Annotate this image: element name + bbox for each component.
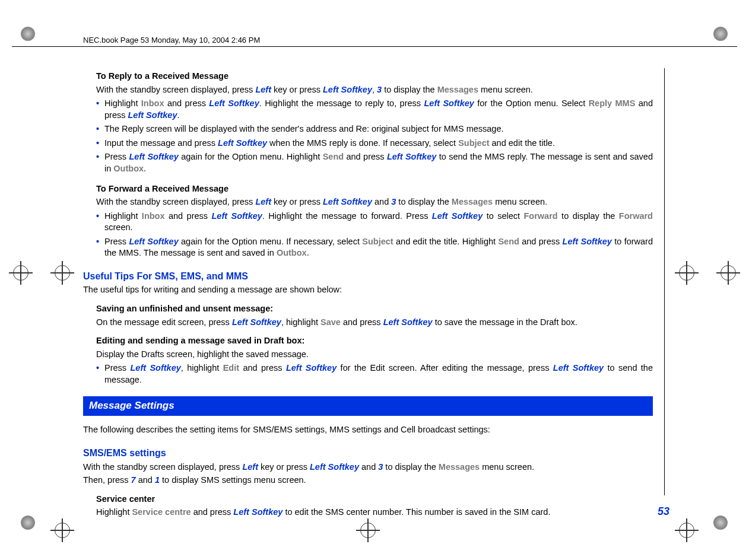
service-center-title: Service center: [96, 494, 653, 505]
key-leftsoft: Left Softkey: [129, 152, 178, 161]
reg-mark-left-inner: [50, 261, 74, 285]
reg-mark-bottom-right: [675, 518, 699, 542]
t: Highlight: [96, 507, 132, 517]
key-leftsoft: Left Softkey: [232, 317, 281, 327]
crop-mark-tr: [713, 27, 731, 44]
t: With the standby screen displayed, press: [96, 197, 255, 206]
key-leftsoft: Left Softkey: [310, 462, 359, 472]
t: to display the: [396, 197, 452, 206]
page-body: To Reply to a Received Message With the …: [83, 68, 665, 518]
key-leftsoft: Left Softkey: [233, 507, 283, 517]
menu-inbox: Inbox: [142, 211, 165, 221]
t: and press: [519, 237, 563, 246]
t: and press: [344, 152, 387, 161]
key-7: 7: [131, 475, 136, 485]
service-center-body: Highlight Service centre and press Left …: [96, 507, 653, 518]
t: to select: [483, 211, 523, 221]
tips-intro: The useful tips for writing and sending …: [83, 284, 653, 296]
key-leftsoft: Left Softkey: [323, 85, 372, 94]
menu-messages: Messages: [437, 85, 478, 94]
tips-edit-bullets: Press Left Softkey, highlight Edit and p…: [96, 362, 653, 386]
header-rule: [12, 46, 737, 47]
reply-heading: To Reply to a Received Message: [96, 71, 653, 82]
reg-mark-right-inner: [675, 261, 699, 285]
key-leftsoft: Left Softkey: [553, 363, 604, 373]
t: to display the: [382, 85, 437, 94]
key-1: 1: [155, 475, 160, 485]
t: and press: [165, 211, 212, 221]
t: Press: [104, 237, 129, 246]
key-leftsoft: Left Softkey: [383, 317, 433, 327]
t: for the Edit screen. After editing the m…: [337, 363, 553, 373]
forward-bullets: Highlight Inbox and press Left Softkey. …: [96, 211, 653, 259]
tips-edit-bullet-1: Press Left Softkey, highlight Edit and p…: [96, 362, 653, 386]
reply-bullet-3: Input the message and press Left Softkey…: [96, 138, 653, 149]
menu-forward: Forward: [523, 211, 557, 221]
reply-bullets: Highlight Inbox and press Left Softkey. …: [96, 98, 653, 174]
menu-send: Send: [498, 237, 519, 246]
t: With the standby screen displayed, press: [96, 85, 255, 94]
t: key or press: [271, 85, 323, 94]
t: and press: [341, 317, 383, 327]
reply-bullet-2: The Reply screen will be displayed with …: [96, 123, 653, 135]
menu-service-centre: Service centre: [132, 507, 191, 517]
crop-mark-br: [713, 516, 731, 533]
tips-edit-title: Editing and sending a message saved in D…: [96, 335, 653, 347]
t: screen.: [104, 222, 133, 232]
menu-outbox: Outbox.: [113, 164, 146, 173]
t: . Highlight the message to reply to, pre…: [259, 98, 424, 108]
forward-bullet-2: Press Left Softkey again for the Option …: [96, 236, 653, 259]
t: again for the Option menu. Highlight: [179, 152, 323, 161]
t: , highlight: [181, 363, 223, 373]
sms-intro: With the standby screen displayed, press…: [83, 462, 653, 473]
t: to save the message in the Draft box.: [433, 317, 577, 327]
t: .: [177, 110, 180, 120]
menu-save: Save: [320, 317, 341, 327]
forward-intro: With the standby screen displayed, press…: [96, 196, 653, 208]
t: and: [372, 197, 391, 206]
reply-bullet-1: Highlight Inbox and press Left Softkey. …: [96, 98, 653, 121]
t: , highlight: [281, 317, 320, 327]
key-leftsoft: Left Softkey: [209, 98, 259, 108]
t: to display the: [558, 211, 619, 221]
t: to display SMS settings menu screen.: [160, 475, 306, 485]
t: Input the message and press: [104, 138, 218, 148]
menu-outbox: Outbox.: [277, 248, 309, 257]
forward-heading: To Forward a Received Message: [96, 183, 653, 195]
t: when the MMS reply is done. If necessary…: [267, 138, 458, 148]
key-left: Left: [242, 462, 258, 472]
header-text: NEC.book Page 53 Monday, May 10, 2004 2:…: [83, 36, 260, 44]
menu-replymms: Reply MMS: [589, 98, 636, 108]
key-leftsoft: Left Softkey: [387, 152, 436, 161]
key-leftsoft: Left Softkey: [128, 110, 177, 120]
menu-forward: Forward: [619, 211, 653, 221]
t: to edit the SMS center number. This numb…: [283, 507, 550, 517]
t: Then, press: [83, 475, 131, 485]
tips-save-title: Saving an unfinished and unsent message:: [96, 303, 653, 315]
key-left: Left: [255, 197, 271, 206]
key-left: Left: [255, 85, 271, 94]
t: and edit the title. Highlight: [393, 237, 499, 246]
t: and press: [191, 507, 234, 517]
t: Press: [104, 152, 129, 161]
menu-subject: Subject: [458, 138, 489, 148]
key-leftsoft: Left Softkey: [286, 363, 337, 373]
sms-heading: SMS/EMS settings: [83, 447, 653, 460]
menu-messages: Messages: [439, 462, 480, 472]
t: and: [359, 462, 378, 472]
t: key or press: [271, 197, 323, 206]
key-leftsoft: Left Softkey: [211, 211, 262, 221]
key-leftsoft: Left Softkey: [129, 237, 178, 246]
t: . Highlight the message to forward. Pres…: [262, 211, 432, 221]
menu-messages: Messages: [452, 197, 493, 206]
reg-mark-right-outer: [716, 261, 740, 285]
crop-mark-tl: [21, 27, 39, 44]
key-leftsoft: Left Softkey: [432, 211, 483, 221]
key-leftsoft: Left Softkey: [424, 98, 474, 108]
settings-banner: Message Settings: [83, 396, 653, 416]
key-leftsoft: Left Softkey: [130, 363, 180, 373]
t: Highlight: [104, 98, 141, 108]
t: and press: [164, 98, 210, 108]
key-3: 3: [377, 85, 382, 94]
reg-mark-left-outer: [9, 261, 33, 285]
